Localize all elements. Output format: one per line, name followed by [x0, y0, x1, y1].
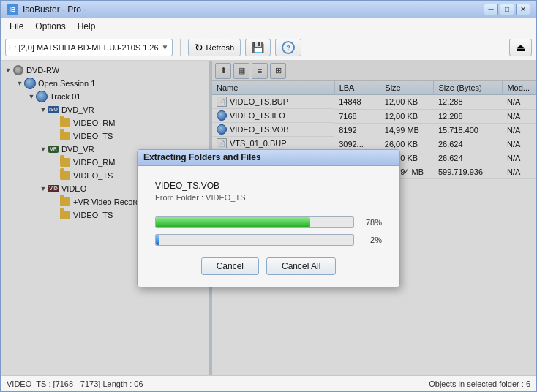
- refresh-icon: ↻: [195, 42, 203, 53]
- cancel-all-button[interactable]: Cancel All: [266, 257, 336, 275]
- drive-selector[interactable]: E: [2,0] MATSHITA BD-MLT UJ-210S 1.26 ▼: [5, 39, 173, 56]
- status-bar: VIDEO_TS : [7168 - 7173] Length : 06 Obj…: [1, 375, 536, 391]
- toolbar-right: ⏏: [509, 39, 532, 56]
- help-button[interactable]: ?: [275, 39, 301, 56]
- menu-help[interactable]: Help: [72, 20, 102, 33]
- toolbar: E: [2,0] MATSHITA BD-MLT UJ-210S 1.26 ▼ …: [1, 34, 536, 61]
- toolbar-separator-1: [180, 39, 181, 56]
- window-controls: ─ □ ✕: [484, 4, 530, 15]
- title-bar: IB IsoBuster - Pro - ─ □ ✕: [1, 1, 536, 18]
- progress-row-1: 78%: [155, 216, 382, 228]
- progress-section: 78% 2%: [155, 216, 382, 246]
- cancel-button[interactable]: Cancel: [201, 257, 259, 275]
- modal-filename: VIDEO_TS.VOB: [155, 181, 382, 191]
- modal-title-bar: Extracting Folders and Files: [138, 150, 399, 166]
- app-icon: IB: [7, 4, 18, 15]
- save-icon: 💾: [252, 42, 264, 53]
- eject-icon: ⏏: [516, 42, 525, 53]
- main-wrapper: ▼ DVD-RW ▼ Open Session 1 ▼: [1, 61, 536, 375]
- main-window: IB IsoBuster - Pro - ─ □ ✕ File Options …: [0, 0, 537, 392]
- modal-from-folder: From Folder : VIDEO_TS: [155, 193, 382, 202]
- menu-file[interactable]: File: [4, 20, 29, 33]
- status-left: VIDEO_TS : [7168 - 7173] Length : 06: [7, 380, 429, 388]
- modal-overlay: Extracting Folders and Files VIDEO_TS.VO…: [1, 61, 536, 375]
- progress-bar-inner-1: [156, 217, 310, 227]
- menu-options[interactable]: Options: [29, 20, 71, 33]
- status-right: Objects in selected folder : 6: [429, 380, 530, 388]
- drive-label: E: [2,0] MATSHITA BD-MLT UJ-210S 1.26: [9, 43, 159, 52]
- progress-bar-outer-2: [155, 234, 354, 246]
- maximize-button[interactable]: □: [500, 4, 514, 15]
- help-icon: ?: [282, 41, 295, 54]
- close-button[interactable]: ✕: [516, 4, 530, 15]
- progress-bar-outer-1: [155, 216, 354, 228]
- menu-bar: File Options Help: [1, 18, 536, 34]
- progress-pct-2: 2%: [360, 235, 382, 244]
- progress-row-2: 2%: [155, 234, 382, 246]
- drive-dropdown-arrow: ▼: [162, 43, 169, 51]
- refresh-button[interactable]: ↻ Refresh: [188, 39, 241, 56]
- modal-body: VIDEO_TS.VOB From Folder : VIDEO_TS 78%: [138, 166, 399, 287]
- modal-buttons: Cancel Cancel All: [155, 257, 382, 275]
- window-title: IsoBuster - Pro -: [23, 4, 484, 15]
- modal-title: Extracting Folders and Files: [143, 152, 261, 162]
- progress-bar-inner-2: [156, 235, 159, 245]
- eject-button[interactable]: ⏏: [509, 39, 532, 56]
- refresh-label: Refresh: [206, 43, 235, 52]
- minimize-button[interactable]: ─: [484, 4, 498, 15]
- progress-pct-1: 78%: [360, 218, 382, 227]
- save-button[interactable]: 💾: [245, 39, 271, 56]
- extract-dialog: Extracting Folders and Files VIDEO_TS.VO…: [137, 149, 400, 287]
